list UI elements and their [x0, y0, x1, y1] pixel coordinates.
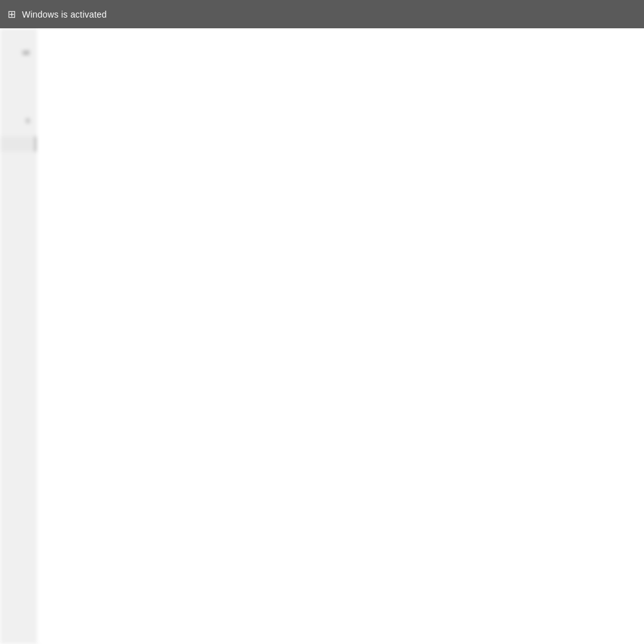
sidebar-item-3 — [0, 89, 37, 104]
activation-status: Windows is activated — [22, 9, 107, 19]
top-bar: ⊞ Windows is activated — [0, 0, 644, 28]
sidebar: ve s — [0, 28, 38, 644]
sidebar-label-1: ve — [22, 48, 32, 56]
sidebar-item-5[interactable] — [0, 136, 37, 152]
sidebar-label-4: s — [26, 116, 33, 124]
sidebar-item-1: ve — [0, 41, 37, 64]
content-area — [38, 28, 644, 644]
windows-icon: ⊞ — [8, 8, 16, 20]
sidebar-item-2 — [0, 69, 37, 84]
main-layout: ve s — [0, 28, 644, 644]
sidebar-item-4: s — [0, 109, 37, 131]
